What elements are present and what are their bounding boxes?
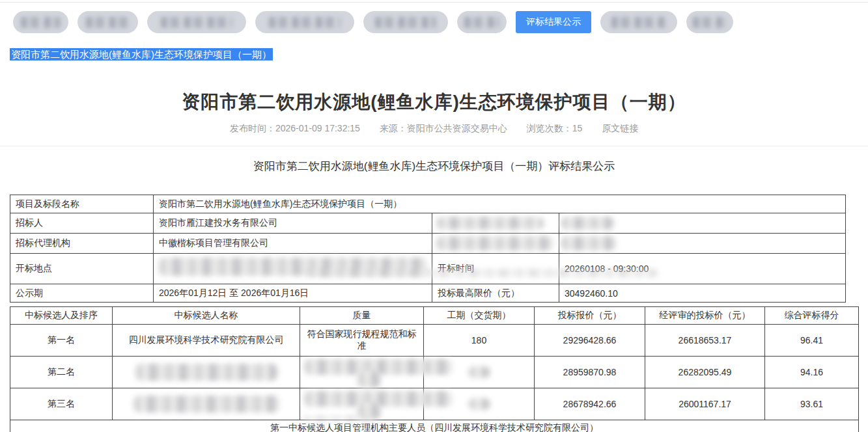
candidate-rank: 第一名 [10,325,113,357]
header-divider [0,146,868,146]
info-label-opening-place: 开标地点 [10,254,154,284]
info-label-publicity-period: 公示期 [10,284,154,303]
redacted-text-blur [468,366,490,378]
main-nav: 评标结果公示 [13,11,868,33]
source-label: 来源： [380,123,407,133]
redacted-text-blur [611,17,667,28]
redacted-cell [559,213,846,234]
info-label-project: 项目及标段名称 [10,195,154,213]
publish-time-label: 发布时间： [230,123,275,133]
footer-note: 第一中标候选人项目管理机构主要人员（四川发展环境科学技术研究院有限公司） [10,420,859,432]
col-header-bid-price: 投标报价（元） [535,307,645,325]
col-header-duration: 工期（交货期） [424,307,535,325]
col-header-quality: 质量 [300,307,424,325]
col-header-score: 综合评标得分 [765,307,859,325]
view-count: 浏览次数：15 [527,123,583,133]
redacted-text-blur [357,403,381,420]
table-row: 第三名 28678942.66 26001167.17 93.61 [10,388,859,420]
publish-time: 发布时间：2026-01-09 17:32:15 [230,123,360,133]
col-header-name: 中标候选人名称 [113,307,300,325]
candidate-evaluated-price: 26282095.49 [645,357,765,388]
redacted-text-blur [135,364,277,381]
view-count-value: 15 [572,123,583,133]
redacted-text-blur [21,17,61,28]
project-info-table-wrap: 项目及标段名称 资阳市第二饮用水源地(鲤鱼水库)生态环境保护项目（一期） 招标人… [10,195,868,303]
candidate-duration: 180 [424,325,535,357]
info-label-agency: 招标代理机构 [10,234,154,254]
project-info-table: 项目及标段名称 资阳市第二饮用水源地(鲤鱼水库)生态环境保护项目（一期） 招标人… [10,195,846,303]
view-count-label: 浏览次数： [527,123,572,133]
nav-tab-redacted-4[interactable] [255,11,354,33]
nav-tab-redacted-8[interactable] [686,11,733,33]
nav-tab-redacted-3[interactable] [147,11,246,33]
publish-time-value: 2026-01-09 17:32:15 [275,123,360,133]
redacted-cell [424,388,535,420]
table-row: 招标代理机构 中徽楷标项目管理有限公司 [10,234,846,254]
redacted-cell [113,388,300,420]
redacted-text-blur [357,371,381,388]
redacted-cell [424,357,535,388]
candidate-quality: 符合国家现行规程规范和标准 [300,325,424,357]
candidate-bid-price: 28959870.98 [535,357,645,388]
table-row: 招标人 资阳市雁江建投水务有限公司 [10,213,846,234]
info-value-project: 资阳市第二饮用水源地(鲤鱼水库)生态环境保护项目（一期） [154,195,846,213]
candidate-evaluated-price: 26001167.17 [645,388,765,420]
page-title: 资阳市第二饮用水源地(鲤鱼水库)生态环境保护项目（一期） [0,90,868,115]
info-label-opening-time: 开标时间 [432,254,559,284]
table-header-row: 中标候选人及排序 中标候选人名称 质量 工期（交货期） 投标报价（元） 经评审的… [10,307,859,325]
redacted-text-blur [269,17,340,28]
redacted-cell [300,357,424,388]
redacted-text-blur [693,17,727,28]
redacted-cell [432,213,559,234]
redacted-text-blur [159,258,427,276]
candidates-table-wrap: 中标候选人及排序 中标候选人名称 质量 工期（交货期） 投标报价（元） 经评审的… [10,306,868,432]
col-header-evaluated-price: 经评审的投标价（元） [645,307,765,325]
redacted-text-blur [464,17,500,28]
redacted-text-blur [468,398,490,410]
selected-result-link[interactable]: 资阳市第二饮用水源地(鲤鱼水库)生态环境保护项目（一期） [10,48,273,61]
original-link[interactable]: 原文链接 [602,123,638,133]
redacted-text-blur [161,17,232,28]
redacted-text-blur [375,17,436,28]
info-value-opening-time: 20260108 - 09:30:00 [559,254,846,284]
nav-tab-redacted-7[interactable] [600,11,677,33]
candidates-table: 中标候选人及排序 中标候选人名称 质量 工期（交货期） 投标报价（元） 经评审的… [10,306,859,432]
redacted-text-blur [133,396,279,412]
redacted-cell [559,234,846,254]
redacted-text-blur [436,236,553,250]
nav-tab-redacted-5[interactable] [363,11,448,33]
candidate-rank: 第二名 [10,357,113,388]
table-footer-row: 第一中标候选人项目管理机构主要人员（四川发展环境科学技术研究院有限公司） [10,420,859,432]
notice-subtitle: 资阳市第二饮用水源地(鲤鱼水库)生态环境保护项目（一期）评标结果公示 [0,159,868,174]
info-value-agency: 中徽楷标项目管理有限公司 [154,234,432,254]
info-value-tenderer: 资阳市雁江建投水务有限公司 [154,213,432,234]
nav-tab-redacted-6[interactable] [457,11,507,33]
table-row: 第一名 四川发展环境科学技术研究院有限公司 符合国家现行规程规范和标准 180 … [10,325,859,357]
redacted-cell [432,234,559,254]
redacted-text-blur [561,236,617,250]
info-label-tenderer: 招标人 [10,213,154,234]
page-top-divider [0,2,868,3]
nav-tab-evaluation-result[interactable]: 评标结果公示 [516,11,591,33]
nav-tab-redacted-2[interactable] [77,11,138,33]
selected-result-line: 资阳市第二饮用水源地(鲤鱼水库)生态环境保护项目（一期） [10,47,868,62]
redacted-cell [154,254,432,284]
candidate-bid-price: 29296428.66 [535,325,645,357]
candidate-score: 94.16 [765,357,859,388]
col-header-rank: 中标候选人及排序 [10,307,113,325]
info-value-publicity-period: 2026年01月12日 至 2026年01月16日 [154,284,432,303]
candidate-bid-price: 28678942.66 [535,388,645,420]
article-meta: 发布时间：2026-01-09 17:32:15 来源：资阳市公共资源交易中心 … [0,123,868,135]
candidate-name: 四川发展环境科学技术研究院有限公司 [113,325,300,357]
table-row: 项目及标段名称 资阳市第二饮用水源地(鲤鱼水库)生态环境保护项目（一期） [10,195,846,213]
source: 来源：资阳市公共资源交易中心 [380,123,507,133]
nav-tab-redacted-1[interactable] [13,11,68,33]
info-label-max-price: 投标最高限价（元） [432,284,559,303]
candidate-evaluated-price: 26618653.17 [645,325,765,357]
redacted-text-blur [86,17,130,28]
candidate-rank: 第三名 [10,388,113,420]
table-row: 公示期 2026年01月12日 至 2026年01月16日 投标最高限价（元） … [10,284,846,303]
candidate-score: 96.41 [765,325,859,357]
redacted-text-blur [561,217,614,230]
redacted-text-blur [436,217,544,230]
